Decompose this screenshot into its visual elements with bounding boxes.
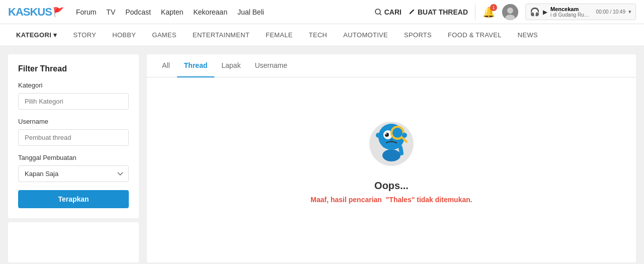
nav-divider [475, 5, 475, 20]
player-time: 00:00 / 10:49 [596, 9, 625, 15]
message-after: tidak ditemukan. [415, 196, 472, 204]
player-subtitle: i di Gudang Rumah Baru Jl Pe... [550, 12, 593, 18]
audio-player[interactable]: 🎧 ▶ Mencekam i di Gudang Rumah Baru Jl P… [525, 4, 636, 20]
username-label: Username [18, 118, 129, 125]
top-navigation: KASKUS 🚩 Forum TV Podcast Kapten Kekorea… [0, 0, 644, 24]
filter-box: Filter Thread Kategori Username Tanggal … [8, 54, 139, 218]
search-icon [375, 9, 382, 16]
logo-flag: 🚩 [53, 7, 64, 18]
left-panel: Filter Thread Kategori Username Tanggal … [8, 54, 139, 262]
tab-username[interactable]: Username [248, 54, 294, 77]
nav-tv[interactable]: TV [106, 8, 115, 16]
nav-right: CARI BUAT THREAD 🔔 1 🎧 ▶ Mencekam i di G… [375, 4, 636, 20]
cat-tech[interactable]: TECH [301, 24, 336, 46]
headphone-icon: 🎧 [530, 7, 540, 17]
tab-lapak[interactable]: Lapak [214, 54, 248, 77]
cat-hobby[interactable]: HOBBY [104, 24, 144, 46]
apply-button[interactable]: Terapkan [18, 190, 129, 208]
category-bar: KATEGORI ▾ STORY HOBBY GAMES ENTERTAINME… [0, 24, 644, 46]
nav-kapten[interactable]: Kapten [161, 8, 183, 16]
cat-female[interactable]: FEMALE [258, 24, 301, 46]
kategori-input[interactable] [18, 93, 129, 110]
nav-links: Forum TV Podcast Kapten Kekoreaan Jual B… [76, 8, 375, 16]
cat-sports[interactable]: SPORTS [396, 24, 440, 46]
create-thread-button[interactable]: BUAT THREAD [409, 8, 468, 16]
svg-point-16 [402, 133, 407, 138]
svg-line-1 [380, 14, 381, 15]
player-title: Mencekam [550, 6, 593, 12]
filter-spacer [8, 222, 139, 262]
cat-automotive[interactable]: AUTOMOTIVE [335, 24, 396, 46]
date-select[interactable]: Kapan Saja [18, 165, 129, 182]
notification-badge: 1 [490, 4, 497, 11]
svg-point-6 [382, 149, 400, 161]
nav-jual-beli[interactable]: Jual Beli [237, 8, 264, 16]
search-button[interactable]: CARI [375, 8, 401, 16]
cat-entertainment[interactable]: ENTERTAINMENT [185, 24, 258, 46]
play-button[interactable]: ▶ [543, 9, 547, 16]
edit-icon [409, 9, 415, 15]
search-term: "Thales" [386, 196, 415, 204]
cat-food-travel[interactable]: FOOD & TRAVEL [440, 24, 510, 46]
cat-news[interactable]: NEWS [510, 24, 546, 46]
nav-kekoreaan[interactable]: Kekoreaan [193, 8, 227, 16]
cat-games[interactable]: GAMES [144, 24, 184, 46]
tab-thread[interactable]: Thread [177, 54, 215, 77]
not-found-message: Maaf, hasil pencarian "Thales" tidak dit… [310, 196, 472, 204]
empty-state: Oops... Maaf, hasil pencarian "Thales" t… [147, 77, 636, 224]
svg-point-15 [376, 133, 381, 138]
logo[interactable]: KASKUS 🚩 [8, 6, 64, 19]
chevron-down-icon: ▾ [53, 31, 57, 39]
chevron-down-icon: ▾ [628, 9, 631, 15]
logo-text: KASKUS [8, 6, 52, 19]
nav-podcast[interactable]: Podcast [125, 8, 151, 16]
nav-forum[interactable]: Forum [76, 8, 96, 16]
message-before: Maaf, hasil pencarian [310, 196, 385, 204]
kategori-dropdown[interactable]: KATEGORI ▾ [8, 24, 65, 46]
right-panel: All Thread Lapak Username [147, 54, 636, 262]
user-avatar[interactable] [502, 4, 518, 20]
svg-point-13 [385, 133, 387, 135]
mascot-illustration [361, 108, 422, 168]
oops-text: Oops... [374, 180, 409, 192]
svg-point-0 [375, 9, 380, 14]
svg-point-17 [390, 139, 393, 141]
cat-story[interactable]: STORY [65, 24, 104, 46]
date-label: Tanggal Pembuatan [18, 154, 129, 161]
kategori-label: Kategori [18, 81, 129, 89]
main-content: Filter Thread Kategori Username Tanggal … [0, 46, 644, 264]
username-input[interactable] [18, 129, 129, 146]
svg-point-3 [507, 8, 513, 14]
player-info: Mencekam i di Gudang Rumah Baru Jl Pe... [550, 6, 593, 18]
tab-all[interactable]: All [155, 54, 177, 77]
notification-bell[interactable]: 🔔 1 [482, 6, 495, 18]
filter-title: Filter Thread [18, 64, 129, 73]
tabs-bar: All Thread Lapak Username [147, 54, 636, 77]
